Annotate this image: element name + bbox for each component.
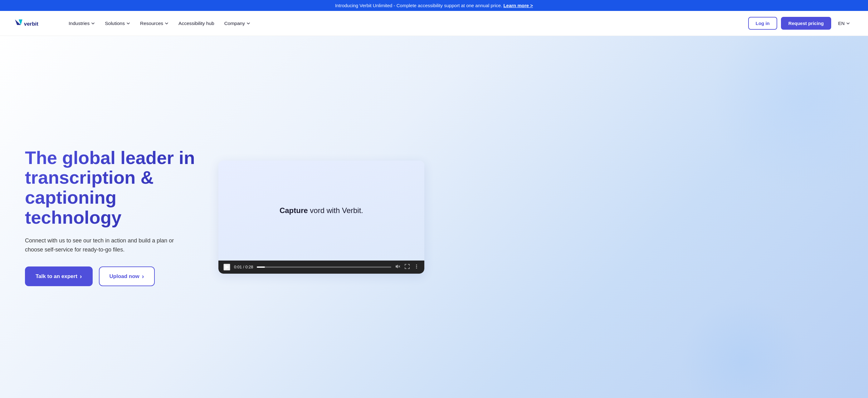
hero-buttons: Talk to an expert › Upload now ›	[25, 266, 200, 286]
navigation: verbit Industries Solutions Resources Ac…	[0, 11, 868, 36]
nav-item-solutions[interactable]: Solutions	[100, 18, 134, 29]
nav-item-industries[interactable]: Industries	[64, 18, 99, 29]
video-progress-fill	[257, 266, 265, 268]
video-controls: 0:01 / 0:28	[218, 260, 424, 274]
chevron-down-icon	[126, 22, 130, 25]
chevron-down-icon	[91, 22, 95, 25]
banner-link[interactable]: Learn more >	[503, 3, 533, 8]
video-card: Capture vord with Verbit. 0:01 / 0:28	[218, 161, 424, 274]
chevron-down-icon	[165, 22, 168, 25]
svg-point-7	[416, 265, 417, 265]
svg-point-9	[416, 268, 417, 269]
more-options-icon[interactable]	[414, 264, 419, 270]
banner-text: Introducing Verbit Unlimited - Complete …	[335, 3, 502, 8]
video-progress-bar[interactable]	[257, 266, 391, 268]
hero-section: The global leader in transcription & cap…	[0, 36, 868, 398]
video-time: 0:01 / 0:28	[234, 265, 253, 269]
hero-left: The global leader in transcription & cap…	[25, 148, 200, 286]
video-preview[interactable]: Capture vord with Verbit.	[218, 161, 424, 260]
nav-item-resources[interactable]: Resources	[136, 18, 173, 29]
logo-svg: verbit	[15, 18, 49, 29]
logo-link[interactable]: verbit	[15, 18, 49, 29]
nav-actions: Log in Request pricing EN	[748, 17, 853, 30]
hero-right: Capture vord with Verbit. 0:01 / 0:28	[218, 161, 424, 274]
play-icon	[224, 264, 230, 270]
nav-links: Industries Solutions Resources Accessibi…	[64, 18, 748, 29]
login-button[interactable]: Log in	[748, 17, 777, 30]
svg-marker-4	[225, 265, 229, 269]
nav-item-company[interactable]: Company	[220, 18, 255, 29]
svg-point-8	[416, 266, 417, 267]
talk-to-expert-button[interactable]: Talk to an expert ›	[25, 266, 93, 286]
play-button[interactable]	[223, 264, 230, 271]
hero-title: The global leader in transcription & cap…	[25, 148, 200, 227]
upload-now-button[interactable]: Upload now ›	[99, 266, 155, 286]
top-banner: Introducing Verbit Unlimited - Complete …	[0, 0, 868, 11]
chevron-down-icon	[247, 22, 250, 25]
fullscreen-icon[interactable]	[404, 264, 410, 270]
svg-text:verbit: verbit	[24, 21, 38, 27]
nav-item-accessibility-hub[interactable]: Accessibility hub	[174, 18, 219, 29]
mute-icon[interactable]	[395, 264, 401, 270]
request-pricing-button[interactable]: Request pricing	[781, 17, 831, 30]
hero-subtitle: Connect with us to see our tech in actio…	[25, 236, 175, 254]
video-caption: Capture vord with Verbit.	[280, 206, 363, 215]
chevron-down-icon	[846, 22, 850, 25]
language-selector[interactable]: EN	[835, 18, 853, 28]
